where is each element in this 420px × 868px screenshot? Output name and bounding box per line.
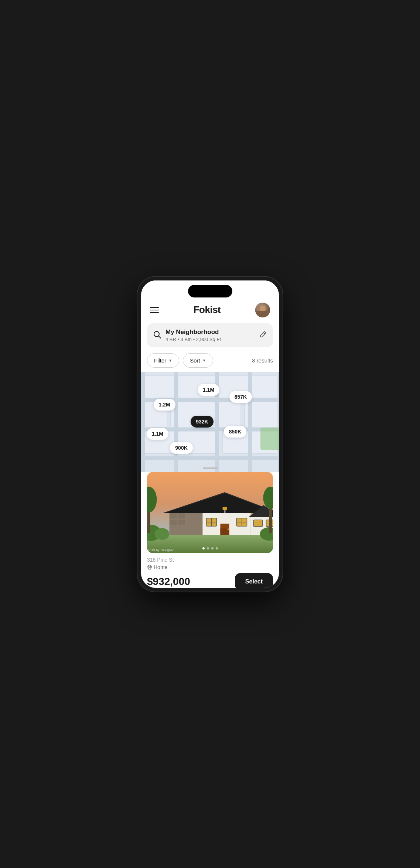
svg-rect-10 — [219, 402, 241, 428]
listing-type: Home — [154, 564, 167, 570]
svg-rect-4 — [145, 376, 174, 398]
dot-4 — [216, 547, 218, 549]
svg-point-62 — [149, 566, 151, 568]
filter-chevron-icon: ▼ — [168, 358, 172, 362]
svg-line-2 — [263, 333, 265, 334]
svg-rect-30 — [178, 513, 185, 518]
search-subtitle: 4 BR • 3 Bth • 2,900 Sq Ft — [165, 337, 255, 342]
svg-rect-7 — [252, 376, 278, 398]
app-title: Fokist — [194, 304, 221, 316]
search-bar[interactable]: My Neighborhood 4 BR • 3 Bth • 2,900 Sq … — [147, 323, 273, 347]
listings-section: © 2019 by Designer 318 Pine St — [141, 472, 279, 588]
search-title: My Neighborhood — [165, 329, 255, 336]
svg-point-38 — [228, 528, 229, 530]
svg-rect-32 — [178, 520, 185, 525]
filter-label: Filter — [154, 357, 166, 364]
select-button[interactable]: Select — [235, 573, 273, 588]
svg-point-27 — [155, 528, 170, 540]
map-green-area — [260, 428, 279, 450]
sort-chevron-icon: ▼ — [202, 358, 206, 362]
svg-rect-29 — [170, 513, 177, 518]
svg-rect-19 — [141, 372, 145, 472]
avatar[interactable] — [255, 303, 270, 317]
listing-card-1: © 2019 by Designer 318 Pine St — [147, 472, 273, 588]
price-pin-900k[interactable]: 900K — [170, 442, 192, 454]
svg-rect-31 — [170, 520, 177, 525]
dot-1 — [202, 547, 205, 549]
search-info: My Neighborhood 4 BR • 3 Bth • 2,900 Sq … — [165, 329, 255, 342]
phone-frame: Fokist My Neighborhood 4 BR • 3 Bth • 2,… — [137, 277, 283, 592]
svg-text:© 2019 by Designer: © 2019 by Designer — [147, 548, 174, 552]
price-pin-1.1m-left[interactable]: 1.1M — [147, 428, 168, 440]
edit-search-button[interactable] — [259, 330, 267, 340]
listing-image-1[interactable]: © 2019 by Designer — [147, 472, 273, 553]
dot-2 — [207, 547, 209, 549]
price-pin-932k-active[interactable]: 932K — [191, 416, 213, 428]
price-pin-1.1m-top[interactable]: 1.1M — [198, 384, 219, 396]
map-container[interactable]: 1.2M 1.1M 857K 932K 1.1M 850K 900K — [141, 372, 279, 472]
svg-rect-20 — [174, 372, 178, 472]
results-count: 8 results — [252, 357, 273, 364]
price-pin-850k[interactable]: 850K — [224, 426, 246, 438]
sort-button[interactable]: Sort ▼ — [183, 353, 213, 368]
svg-rect-22 — [248, 372, 252, 472]
filter-button[interactable]: Filter ▼ — [147, 353, 179, 368]
svg-rect-23 — [278, 372, 279, 472]
image-dots — [202, 547, 218, 549]
listing-bottom: $932,000 Select — [147, 573, 273, 588]
svg-line-1 — [158, 336, 161, 338]
sort-label: Sort — [190, 357, 200, 364]
svg-rect-18 — [141, 456, 279, 460]
avatar-image — [255, 303, 270, 317]
filter-bar: Filter ▼ Sort ▼ 8 results — [141, 353, 279, 372]
dot-3 — [211, 547, 214, 549]
price-pin-857k[interactable]: 857K — [229, 391, 252, 403]
listing-type-row: Home — [147, 564, 273, 570]
dynamic-island — [188, 285, 232, 297]
phone-content[interactable]: Fokist My Neighborhood 4 BR • 3 Bth • 2,… — [141, 280, 279, 588]
listing-address: 318 Pine St — [147, 557, 273, 563]
svg-rect-48 — [254, 520, 263, 527]
listing-price: $932,000 — [147, 576, 190, 588]
price-pin-1.2m[interactable]: 1.2M — [154, 399, 175, 411]
menu-button[interactable] — [150, 307, 159, 313]
map-drag-handle[interactable] — [203, 467, 218, 469]
search-icon — [153, 330, 161, 340]
location-icon — [147, 565, 152, 570]
svg-rect-60 — [223, 507, 227, 510]
